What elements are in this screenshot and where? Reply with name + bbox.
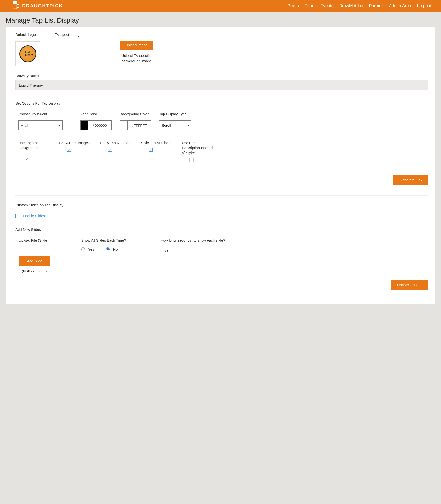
radio-no[interactable] [106, 247, 110, 251]
update-options-button[interactable]: Update Options [391, 280, 428, 290]
cb-tap-numbers[interactable] [108, 148, 112, 152]
nav-brewmetrics[interactable]: BrewMetrics [339, 3, 363, 8]
display-type-label: Tap Display Type [159, 112, 191, 116]
svg-rect-0 [13, 3, 17, 9]
options-heading: Set Options For Tap Display [16, 101, 428, 105]
cb-use-desc[interactable] [189, 158, 194, 162]
radio-no-wrap[interactable]: No [106, 247, 118, 251]
nav-admin[interactable]: Admin Area [389, 3, 411, 8]
cb-label-beer-images: Show Beer Images [59, 140, 90, 145]
nav-logout[interactable]: Log out [417, 3, 431, 8]
brewery-name-input[interactable] [16, 80, 428, 90]
enable-slides-row: Enable Slides [16, 214, 428, 218]
cb-logo-bg[interactable] [25, 157, 29, 161]
upload-desc: Upload TV-specific background image [120, 53, 153, 64]
add-slides-heading: Add New Slides [16, 227, 428, 232]
bg-color-label: Background Color [120, 112, 151, 116]
cb-label-use-desc: Use Beer Description Instead of Styles [182, 140, 215, 155]
options-checkbox-row: Use Logo as Background Show Beer Images … [18, 140, 428, 163]
topbar: DRAUGHTPICK Beers Food Events BrewMetric… [0, 0, 441, 12]
duration-label: How long (seconds) to show each slide? [161, 238, 233, 242]
svg-point-1 [13, 1, 14, 2]
nav-beers[interactable]: Beers [288, 3, 299, 8]
brewery-logo-icon: liquid THERAPY [19, 46, 36, 62]
cb-label-logo-bg: Use Logo as Background [18, 140, 52, 150]
divider [16, 195, 428, 196]
default-logo-preview: liquid THERAPY [16, 41, 40, 66]
nav-partner[interactable]: Partner [369, 3, 383, 8]
cb-enable-slides[interactable] [16, 214, 19, 218]
brand-name: DRAUGHTPICK [22, 3, 63, 9]
enable-slides-label: Enable Slides [23, 214, 45, 218]
upload-image-button[interactable]: Upload image [120, 41, 153, 49]
options-row1: Choose Your Font Arial ▾ Font Color #000… [18, 112, 428, 130]
upload-file-label: Upload File (Slide) [19, 238, 72, 242]
default-logo-label: Default Logo [16, 32, 40, 37]
beer-mug-icon [12, 0, 20, 11]
file-hint: (PDF or Images) [19, 269, 51, 273]
logo-section: Default Logo liquid THERAPY TV-specific … [16, 32, 428, 66]
font-color-label: Font Color [80, 112, 111, 116]
display-type-select[interactable]: Scroll ▾ [159, 121, 191, 130]
bg-color-input[interactable]: #FFFFFF [120, 121, 151, 130]
duration-input[interactable] [161, 246, 228, 255]
show-all-label: Show All Slides Each Time? [81, 238, 151, 242]
cb-label-style-tap: Style Tap Numbers [141, 140, 171, 145]
font-select[interactable]: Arial ▾ [18, 121, 63, 130]
nav-events[interactable]: Events [320, 3, 333, 8]
font-label: Choose Your Font [18, 112, 63, 116]
add-slide-button[interactable]: Add Slide [19, 256, 50, 266]
nav-food[interactable]: Food [305, 3, 315, 8]
radio-yes-wrap[interactable]: Yes [81, 247, 94, 251]
page-title: Manage Tap List Display [0, 12, 441, 27]
font-color-input[interactable]: #000000 [80, 121, 111, 130]
slides-heading: Custom Slides on Tap Display [16, 203, 428, 207]
svg-point-2 [15, 1, 15, 1]
font-color-swatch [80, 121, 88, 130]
radio-yes[interactable] [81, 247, 85, 251]
cb-beer-images[interactable] [67, 148, 71, 152]
main-card: Default Logo liquid THERAPY TV-specific … [6, 27, 435, 304]
brewery-name-label: Brewery Name * [16, 74, 428, 78]
generate-link-button[interactable]: Generate Link [394, 175, 428, 185]
brand: DRAUGHTPICK [12, 0, 63, 11]
cb-label-tap-numbers: Show Tap Numbers [100, 140, 131, 145]
nav: Beers Food Events BrewMetrics Partner Ad… [288, 3, 431, 8]
tv-logo-label: TV-specific Logo [55, 32, 81, 37]
slides-grid: Upload File (Slide) Add Slide (PDF or Im… [19, 238, 428, 273]
cb-style-tap[interactable] [149, 148, 153, 152]
bg-color-swatch [120, 121, 128, 130]
